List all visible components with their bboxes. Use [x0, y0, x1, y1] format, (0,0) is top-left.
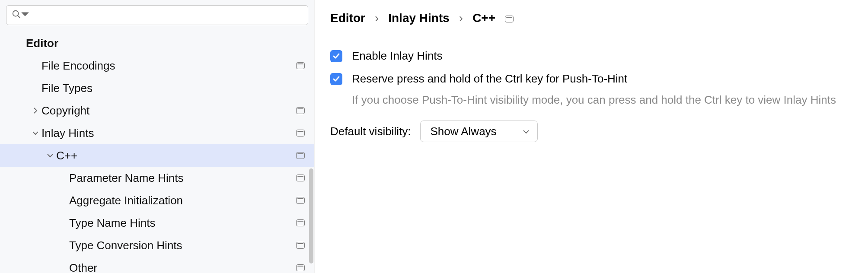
scheme-badge-icon [505, 16, 514, 22]
chevron-down-icon [523, 125, 530, 138]
tree-item-label: C++ [56, 149, 296, 162]
scheme-badge-icon [296, 197, 305, 204]
option-label: Enable Inlay Hints [352, 49, 443, 63]
settings-main: Editor › Inlay Hints › C++ Enable Inlay … [315, 0, 868, 273]
tree-heading-editor[interactable]: Editor [0, 32, 314, 54]
scheme-badge-icon [296, 264, 305, 271]
tree-item-copyright[interactable]: Copyright [0, 99, 314, 122]
scheme-badge-icon [296, 130, 305, 136]
tree-item-type-name-hints[interactable]: Type Name Hints [0, 212, 314, 234]
chevron-down-icon [44, 152, 56, 159]
breadcrumb: Editor › Inlay Hints › C++ [330, 11, 868, 25]
settings-sidebar: Editor File Encodings File Types Copyrig… [0, 0, 315, 273]
tree-heading-label: Editor [26, 37, 305, 50]
tree-item-inlay-hints[interactable]: Inlay Hints [0, 122, 314, 144]
scheme-badge-icon [296, 107, 305, 114]
checkbox-checked-icon[interactable] [330, 73, 342, 85]
tree-item-label: Inlay Hints [41, 127, 296, 140]
tree-item-file-types[interactable]: File Types [0, 77, 314, 99]
tree-item-label: Other [69, 261, 296, 273]
tree-item-type-conversion-hints[interactable]: Type Conversion Hints [0, 234, 314, 257]
breadcrumb-editor[interactable]: Editor [330, 11, 365, 25]
tree-item-label: Type Name Hints [69, 216, 296, 230]
tree-item-cpp[interactable]: C++ [0, 144, 314, 167]
chevron-right-icon: › [375, 11, 379, 25]
scheme-badge-icon [296, 219, 305, 226]
tree-item-label: Parameter Name Hints [69, 171, 296, 185]
search-field[interactable] [30, 9, 303, 21]
scrollbar-thumb[interactable] [309, 168, 313, 263]
chevron-right-icon [29, 107, 41, 114]
option-label: Reserve press and hold of the Ctrl key f… [352, 72, 627, 86]
tree-item-aggregate-initialization[interactable]: Aggregate Initialization [0, 189, 314, 212]
option-hint-text: If you choose Push-To-Hint visibility mo… [352, 93, 868, 107]
checkbox-checked-icon[interactable] [330, 50, 342, 62]
svg-point-0 [13, 11, 19, 16]
default-visibility-select[interactable]: Show Always [420, 121, 537, 142]
select-value: Show Always [430, 125, 496, 138]
tree-item-label: Copyright [41, 104, 296, 117]
default-visibility-label: Default visibility: [330, 125, 411, 138]
scheme-badge-icon [296, 175, 305, 181]
breadcrumb-inlay-hints[interactable]: Inlay Hints [388, 11, 450, 25]
svg-line-1 [18, 16, 20, 18]
option-reserve-ctrl[interactable]: Reserve press and hold of the Ctrl key f… [330, 72, 868, 86]
search-icon [12, 10, 21, 21]
chevron-down-icon [29, 130, 41, 136]
tree-item-label: Aggregate Initialization [69, 194, 296, 207]
tree-item-label: File Types [41, 82, 305, 95]
tree-item-other[interactable]: Other [0, 257, 314, 273]
tree-item-label: File Encodings [41, 59, 296, 73]
breadcrumb-cpp[interactable]: C++ [472, 11, 495, 25]
search-input[interactable] [6, 5, 308, 25]
scheme-badge-icon [296, 152, 305, 159]
scheme-badge-icon [296, 242, 305, 249]
tree-item-label: Type Conversion Hints [69, 239, 296, 252]
settings-tree: Editor File Encodings File Types Copyrig… [0, 29, 314, 273]
option-enable-inlay-hints[interactable]: Enable Inlay Hints [330, 49, 868, 63]
chevron-right-icon: › [459, 11, 463, 25]
tree-item-file-encodings[interactable]: File Encodings [0, 54, 314, 77]
tree-item-parameter-name-hints[interactable]: Parameter Name Hints [0, 167, 314, 189]
scheme-badge-icon [296, 62, 305, 69]
dropdown-caret-icon [20, 10, 30, 21]
